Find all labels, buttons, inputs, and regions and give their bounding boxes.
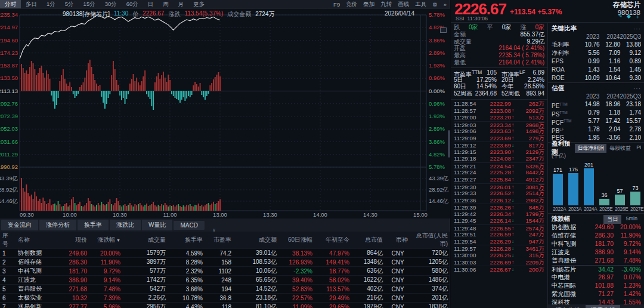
forecast-tab-1[interactable]: 每股收益	[607, 144, 633, 153]
table-row[interactable]: 6太极实业10.327.39%2.26亿10.78%36.823.18亿22.5…	[0, 294, 450, 303]
column-header-5[interactable]: 换手率	[168, 232, 205, 249]
subtab-2[interactable]: 换手率	[78, 220, 109, 230]
add-watchlist-icon[interactable]: ＋	[635, 13, 640, 21]
tick-row[interactable]: 11:29:362226.12↓2982万	[454, 197, 544, 204]
table-row[interactable]: 5普冉股份271.687.48%542万3.66%19414.52亿52.83%…	[0, 285, 450, 294]
right-tab-1[interactable]: 深度分析	[586, 305, 620, 308]
tool-3[interactable]: 九转	[377, 1, 395, 8]
tick-row[interactable]: 11:29:122223.69↓817万	[454, 141, 544, 149]
mover-row[interactable]: 深科技14.431.55%	[552, 298, 641, 304]
panel-divider-handle[interactable]	[448, 130, 450, 158]
tab-period-6[interactable]: 60分	[122, 0, 143, 8]
tick-row[interactable]: 11:29:302226.01↑3081万	[454, 183, 544, 190]
tool-4[interactable]: 画线	[395, 1, 412, 8]
tab-period-2[interactable]: 1分	[42, 0, 60, 8]
table-row[interactable]: 3中科飞测181.709.72%577万2.32%110210.06亿-2.32…	[0, 267, 450, 276]
table-row[interactable]: 4江波龙386.909.14%1742万6.35%24865.65亿39.40%…	[0, 276, 450, 285]
tick-row[interactable]: 11:29:392226.26↑845万	[454, 204, 544, 211]
mover-row[interactable]: 利扬芯片34.42-3.40%	[552, 265, 641, 273]
column-header-1[interactable]: 名称	[16, 232, 58, 249]
intraday-chart-area[interactable]: 980138[存储芯片]11:30价2226.67涨跌113.54(5.37%)…	[0, 8, 450, 218]
column-header-12[interactable]: 总市值(人民币)	[410, 232, 450, 249]
gear-icon[interactable]: ⚙	[429, 1, 441, 8]
tick-row[interactable]: 11:29:062223.63↑1498万	[454, 128, 544, 135]
tick-row[interactable]: 11:29:212224.54↑5326万	[454, 162, 544, 170]
mover-row[interactable]: 佰维存储286.3011.90%	[552, 232, 641, 240]
mover-row[interactable]: 江波龙386.909.14%	[552, 248, 641, 257]
movers-list[interactable]: 协创数据249.6020.00%佰维存储286.3011.90%中科飞测181.…	[552, 223, 641, 304]
tick-row[interactable]: 11:30:062226.67↓200万	[454, 266, 544, 273]
table-row[interactable]: 2佰维存储286.3011.90%3897万8.28%158108.53亿126…	[0, 258, 450, 267]
tool-2[interactable]: 叠加	[360, 1, 377, 8]
subtab-0[interactable]: 资金流向	[1, 220, 38, 230]
forecast-tab-0[interactable]: 归母净利润	[575, 144, 606, 153]
tool-1[interactable]: 竞价	[343, 1, 360, 8]
column-header-9[interactable]: 年初至今	[315, 232, 352, 249]
mover-row[interactable]: 中芯国际101.881.23%	[552, 282, 641, 290]
collapse-table-handle[interactable]: ∨	[212, 229, 216, 232]
mover-row[interactable]: 中电港26.970.07%	[552, 273, 641, 282]
tab-period-8[interactable]: 周	[158, 0, 174, 8]
tab-period-3[interactable]: 5分	[60, 0, 79, 8]
tab-period-5[interactable]: 30分	[100, 0, 122, 8]
forecast-tab-2[interactable]: PE	[634, 144, 641, 153]
column-header-6[interactable]: 市盈率	[205, 232, 234, 249]
tick-row[interactable]: 11:29:092223.69↑279万	[454, 135, 544, 142]
tick-row[interactable]: 11:29:452226.14↓1544万	[454, 217, 544, 224]
column-header-0[interactable]: 序号	[0, 232, 16, 249]
tick-row[interactable]: 11:29:182224.08↑2347万	[454, 155, 544, 162]
subtab-5[interactable]: MACD	[174, 221, 204, 230]
tick-row[interactable]: 11:29:242225.28↑8442万	[454, 169, 544, 176]
column-header-11[interactable]: 币种	[385, 232, 410, 249]
column-header-10[interactable]: 总市值	[352, 232, 385, 249]
tool-5[interactable]: 工具	[412, 1, 429, 8]
table-row[interactable]: 7兆易创新277.775.96%2956万4.43%11881.10亿11.09…	[0, 303, 450, 308]
tick-row[interactable]: 11:29:032223.34↑2968万	[454, 121, 544, 128]
intraday-chart-svg[interactable]: 2235.342214.972194.602174.232153.872133.…	[0, 9, 450, 219]
tab-period-9[interactable]: 月	[174, 0, 189, 8]
tab-period-1[interactable]: 多日	[21, 0, 42, 8]
tick-row[interactable]: 11:28:572223.08↑2092万	[454, 107, 544, 115]
tick-row[interactable]: 11:29:002223.20↑513万	[454, 114, 544, 121]
subtab-3[interactable]: 涨跌比	[110, 220, 141, 230]
tick-row[interactable]: 11:29:272225.84↑4912万	[454, 176, 544, 183]
mini-window-icon[interactable]	[440, 27, 447, 33]
cell-5-5: 10.78%	[168, 294, 205, 303]
column-header-2[interactable]: 现价	[58, 232, 89, 249]
right-tab-0[interactable]: 流向分析	[550, 305, 585, 308]
column-header-8[interactable]: 60日涨幅	[279, 232, 315, 249]
tool-0[interactable]: F9	[330, 1, 343, 8]
tick-row[interactable]: 11:29:512226.59↑247万	[454, 231, 544, 238]
key-ratios-menu-icon[interactable]: ···	[633, 26, 641, 32]
tick-row[interactable]: 11:29:152223.90↑2129万	[454, 149, 544, 156]
tick-row[interactable]: 11:29:572226.28↓3461万	[454, 245, 544, 252]
tab-period-10[interactable]: 更多	[188, 0, 209, 8]
column-header-4[interactable]: 成交量	[123, 232, 168, 249]
tab-period-4[interactable]: 15分	[79, 0, 100, 8]
movers-tab-1[interactable]: 5min	[622, 215, 641, 224]
tick-row[interactable]: 11:28:542222.99262万	[454, 100, 544, 107]
tab-period-7[interactable]: 日	[143, 0, 159, 8]
movers-tab-0[interactable]: 当日	[603, 215, 621, 224]
tick-row[interactable]: 11:29:422226.34↑1799万	[454, 211, 544, 218]
table-row[interactable]: 1协创数据249.6020.00%1579万4.59%74.239.01亿38.…	[0, 249, 450, 258]
mover-row[interactable]: 紫光国微71.271.42%	[552, 290, 641, 298]
subtab-4[interactable]: W量比	[142, 220, 172, 230]
tick-row[interactable]: 11:29:542226.29↓947万	[454, 238, 544, 245]
pencil-icon[interactable]: ✎	[618, 13, 623, 21]
subtab-1[interactable]: 涨停分析	[39, 220, 76, 230]
mover-row[interactable]: 协创数据249.6020.00%	[552, 223, 641, 232]
tick-row[interactable]: 11:29:332226.52↑2514万	[454, 190, 544, 197]
column-header-7[interactable]: 成交额	[234, 232, 279, 249]
expand-panel-icon[interactable]: »	[441, 1, 450, 8]
column-header-3[interactable]: 涨跌幅 ▼	[89, 232, 123, 249]
tick-row[interactable]: 11:30:002226.25↓315万	[454, 252, 544, 259]
alert-bell-icon[interactable]: ◆	[627, 13, 631, 21]
tick-row[interactable]: 11:30:032226.69↑2209万	[454, 259, 544, 266]
valuation-menu-icon[interactable]: ···	[633, 85, 641, 92]
tab-period-0[interactable]: 分时	[0, 0, 21, 8]
mover-row[interactable]: 普冉股份271.687.48%	[552, 257, 641, 265]
tick-row[interactable]: 11:29:482226.55↑2574万	[454, 224, 544, 232]
mover-row[interactable]: 中科飞测181.709.72%	[552, 240, 641, 248]
time-and-sales-list[interactable]: 11:28:542222.99262万11:28:572223.08↑2092万…	[451, 99, 547, 273]
